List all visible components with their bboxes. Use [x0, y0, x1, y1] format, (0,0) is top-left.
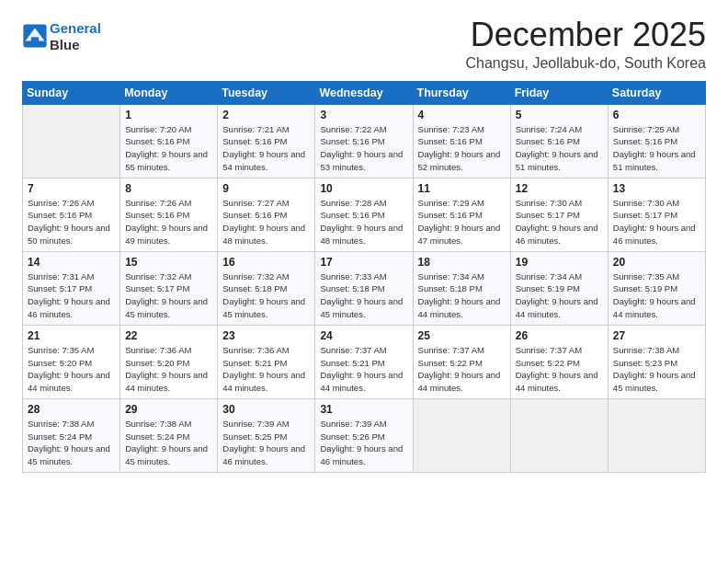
- day-number: 20: [613, 256, 700, 269]
- calendar-cell: 15Sunrise: 7:32 AM Sunset: 5:17 PM Dayli…: [120, 251, 218, 325]
- day-number: 10: [320, 182, 407, 195]
- calendar-cell: 1Sunrise: 7:20 AM Sunset: 5:16 PM Daylig…: [120, 104, 218, 178]
- day-info: Sunrise: 7:39 AM Sunset: 5:26 PM Dayligh…: [320, 418, 407, 468]
- day-number: 13: [613, 182, 700, 195]
- calendar-cell: 17Sunrise: 7:33 AM Sunset: 5:18 PM Dayli…: [315, 251, 413, 325]
- calendar-cell: 10Sunrise: 7:28 AM Sunset: 5:16 PM Dayli…: [315, 178, 413, 251]
- day-info: Sunrise: 7:21 AM Sunset: 5:16 PM Dayligh…: [222, 123, 310, 174]
- header-cell-tuesday: Tuesday: [218, 81, 315, 104]
- day-number: 4: [418, 109, 506, 121]
- header-cell-saturday: Saturday: [608, 81, 705, 104]
- day-info: Sunrise: 7:38 AM Sunset: 5:24 PM Dayligh…: [28, 418, 115, 468]
- calendar-cell: 22Sunrise: 7:36 AM Sunset: 5:20 PM Dayli…: [120, 325, 218, 398]
- calendar-cell: 20Sunrise: 7:35 AM Sunset: 5:19 PM Dayli…: [608, 251, 705, 325]
- calendar-cell: 5Sunrise: 7:24 AM Sunset: 5:16 PM Daylig…: [510, 104, 608, 178]
- day-number: 8: [125, 182, 212, 195]
- day-number: 29: [125, 403, 212, 416]
- day-number: 11: [418, 182, 506, 195]
- day-number: 1: [125, 109, 212, 121]
- calendar-page: General Blue December 2025 Changsu, Jeol…: [0, 0, 728, 563]
- calendar-cell: 24Sunrise: 7:37 AM Sunset: 5:21 PM Dayli…: [315, 325, 413, 398]
- day-number: 9: [222, 182, 310, 195]
- calendar-cell: 7Sunrise: 7:26 AM Sunset: 5:16 PM Daylig…: [23, 178, 120, 251]
- day-info: Sunrise: 7:24 AM Sunset: 5:16 PM Dayligh…: [516, 123, 603, 174]
- logo-icon: [22, 23, 48, 49]
- day-number: 24: [320, 329, 407, 342]
- day-number: 27: [613, 329, 700, 342]
- day-number: 6: [613, 109, 700, 121]
- calendar-cell: [510, 398, 608, 472]
- day-number: 21: [28, 329, 115, 342]
- calendar-week-row: 14Sunrise: 7:31 AM Sunset: 5:17 PM Dayli…: [23, 251, 706, 325]
- calendar-cell: 25Sunrise: 7:37 AM Sunset: 5:22 PM Dayli…: [413, 325, 510, 398]
- calendar-cell: 11Sunrise: 7:29 AM Sunset: 5:16 PM Dayli…: [413, 178, 510, 251]
- calendar-week-row: 1Sunrise: 7:20 AM Sunset: 5:16 PM Daylig…: [23, 104, 706, 178]
- calendar-cell: 29Sunrise: 7:38 AM Sunset: 5:24 PM Dayli…: [120, 398, 218, 472]
- calendar-cell: 28Sunrise: 7:38 AM Sunset: 5:24 PM Dayli…: [23, 398, 120, 472]
- day-info: Sunrise: 7:34 AM Sunset: 5:18 PM Dayligh…: [418, 270, 506, 321]
- location-title: Changsu, Jeollabuk-do, South Korea: [465, 55, 706, 72]
- month-title: December 2025: [465, 17, 706, 53]
- header-cell-wednesday: Wednesday: [315, 81, 413, 104]
- day-info: Sunrise: 7:33 AM Sunset: 5:18 PM Dayligh…: [320, 270, 407, 321]
- day-info: Sunrise: 7:26 AM Sunset: 5:16 PM Dayligh…: [125, 197, 212, 247]
- header-cell-sunday: Sunday: [23, 81, 120, 104]
- header-cell-thursday: Thursday: [413, 81, 510, 104]
- calendar-table: SundayMondayTuesdayWednesdayThursdayFrid…: [22, 81, 706, 473]
- day-info: Sunrise: 7:31 AM Sunset: 5:17 PM Dayligh…: [28, 270, 115, 321]
- day-number: 14: [28, 256, 115, 269]
- day-number: 15: [125, 256, 212, 269]
- svg-rect-2: [31, 37, 39, 43]
- calendar-cell: 18Sunrise: 7:34 AM Sunset: 5:18 PM Dayli…: [413, 251, 510, 325]
- day-number: 19: [516, 256, 603, 269]
- day-info: Sunrise: 7:28 AM Sunset: 5:16 PM Dayligh…: [320, 197, 407, 247]
- calendar-cell: 13Sunrise: 7:30 AM Sunset: 5:17 PM Dayli…: [608, 178, 705, 251]
- calendar-cell: 14Sunrise: 7:31 AM Sunset: 5:17 PM Dayli…: [23, 251, 120, 325]
- day-number: 16: [222, 256, 310, 269]
- calendar-cell: 8Sunrise: 7:26 AM Sunset: 5:16 PM Daylig…: [120, 178, 218, 251]
- day-number: 30: [222, 403, 310, 416]
- day-info: Sunrise: 7:20 AM Sunset: 5:16 PM Dayligh…: [125, 123, 212, 174]
- header-row: SundayMondayTuesdayWednesdayThursdayFrid…: [23, 81, 706, 104]
- calendar-cell: 27Sunrise: 7:38 AM Sunset: 5:23 PM Dayli…: [608, 325, 705, 398]
- logo: General Blue: [22, 20, 101, 53]
- day-number: 23: [222, 329, 310, 342]
- calendar-cell: 30Sunrise: 7:39 AM Sunset: 5:25 PM Dayli…: [218, 398, 315, 472]
- calendar-cell: 31Sunrise: 7:39 AM Sunset: 5:26 PM Dayli…: [315, 398, 413, 472]
- day-info: Sunrise: 7:36 AM Sunset: 5:20 PM Dayligh…: [125, 344, 212, 395]
- calendar-cell: 23Sunrise: 7:36 AM Sunset: 5:21 PM Dayli…: [218, 325, 315, 398]
- day-info: Sunrise: 7:34 AM Sunset: 5:19 PM Dayligh…: [516, 270, 603, 321]
- day-number: 25: [418, 329, 506, 342]
- page-header: General Blue December 2025 Changsu, Jeol…: [22, 17, 706, 72]
- day-number: 22: [125, 329, 212, 342]
- day-info: Sunrise: 7:30 AM Sunset: 5:17 PM Dayligh…: [613, 197, 700, 247]
- calendar-cell: 12Sunrise: 7:30 AM Sunset: 5:17 PM Dayli…: [510, 178, 608, 251]
- day-info: Sunrise: 7:23 AM Sunset: 5:16 PM Dayligh…: [418, 123, 506, 174]
- day-info: Sunrise: 7:35 AM Sunset: 5:20 PM Dayligh…: [28, 344, 115, 395]
- day-info: Sunrise: 7:37 AM Sunset: 5:22 PM Dayligh…: [516, 344, 603, 395]
- calendar-week-row: 7Sunrise: 7:26 AM Sunset: 5:16 PM Daylig…: [23, 178, 706, 251]
- calendar-cell: 6Sunrise: 7:25 AM Sunset: 5:16 PM Daylig…: [608, 104, 705, 178]
- day-info: Sunrise: 7:38 AM Sunset: 5:24 PM Dayligh…: [125, 418, 212, 468]
- day-info: Sunrise: 7:32 AM Sunset: 5:17 PM Dayligh…: [125, 270, 212, 321]
- day-number: 7: [28, 182, 115, 195]
- calendar-cell: 2Sunrise: 7:21 AM Sunset: 5:16 PM Daylig…: [218, 104, 315, 178]
- calendar-cell: 19Sunrise: 7:34 AM Sunset: 5:19 PM Dayli…: [510, 251, 608, 325]
- calendar-cell: 9Sunrise: 7:27 AM Sunset: 5:16 PM Daylig…: [218, 178, 315, 251]
- calendar-cell: [413, 398, 510, 472]
- day-info: Sunrise: 7:35 AM Sunset: 5:19 PM Dayligh…: [613, 270, 700, 321]
- day-info: Sunrise: 7:22 AM Sunset: 5:16 PM Dayligh…: [320, 123, 407, 174]
- day-number: 31: [320, 403, 407, 416]
- day-number: 28: [28, 403, 115, 416]
- calendar-cell: 4Sunrise: 7:23 AM Sunset: 5:16 PM Daylig…: [413, 104, 510, 178]
- day-info: Sunrise: 7:36 AM Sunset: 5:21 PM Dayligh…: [222, 344, 310, 395]
- title-block: December 2025 Changsu, Jeollabuk-do, Sou…: [465, 17, 706, 72]
- logo-text: General Blue: [50, 20, 101, 53]
- day-info: Sunrise: 7:26 AM Sunset: 5:16 PM Dayligh…: [28, 197, 115, 247]
- calendar-week-row: 28Sunrise: 7:38 AM Sunset: 5:24 PM Dayli…: [23, 398, 706, 472]
- day-info: Sunrise: 7:39 AM Sunset: 5:25 PM Dayligh…: [222, 418, 310, 468]
- day-number: 26: [516, 329, 603, 342]
- day-info: Sunrise: 7:30 AM Sunset: 5:17 PM Dayligh…: [516, 197, 603, 247]
- day-info: Sunrise: 7:32 AM Sunset: 5:18 PM Dayligh…: [222, 270, 310, 321]
- day-number: 17: [320, 256, 407, 269]
